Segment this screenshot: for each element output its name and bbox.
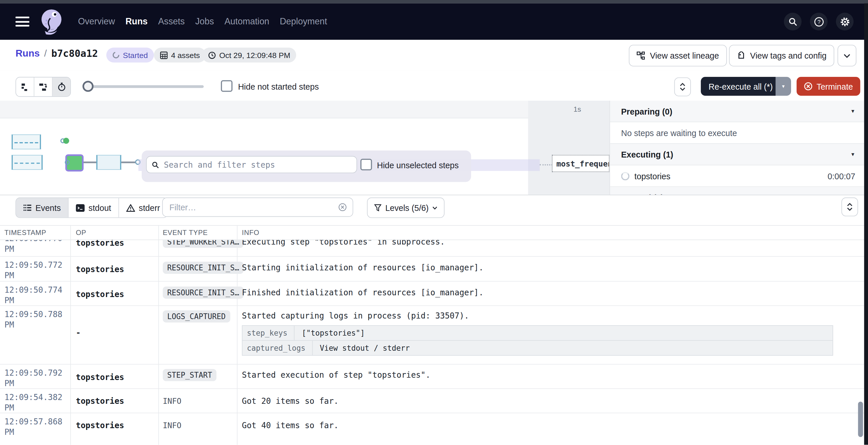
warning-icon <box>126 204 135 212</box>
log-table-body[interactable]: 12:09:50.770PM topstories STEP_WORKER_ST… <box>0 240 864 445</box>
nav-item-overview[interactable]: Overview <box>78 16 115 26</box>
log-row[interactable]: 12:09:50.774PM topstories RESOURCE_INIT_… <box>0 282 864 306</box>
caret-down-icon: ▼ <box>781 84 785 89</box>
clear-filter-icon[interactable] <box>339 203 347 212</box>
window-scrollbar[interactable] <box>864 3 868 445</box>
log-scrollbar-thumb[interactable] <box>858 402 863 437</box>
levels-dropdown[interactable]: Levels (5/6) <box>367 198 445 218</box>
metadata-row: captured_logs View stdout / stderr <box>242 341 833 355</box>
asset-grid-icon <box>160 51 168 59</box>
flat-view-button[interactable] <box>16 77 34 96</box>
run-id: b7c80a12 <box>51 48 98 59</box>
gantt-zoom-slider[interactable] <box>83 85 204 88</box>
log-filter-input[interactable] <box>168 202 334 212</box>
header-more-button[interactable] <box>838 45 857 66</box>
panel-section-executing[interactable]: Executing (1) ▼ <box>610 144 864 165</box>
nav-links: Overview Runs Assets Jobs Automation Dep… <box>78 16 327 26</box>
timeline-tick-label: 1s <box>574 105 581 113</box>
reexecute-dropdown-button[interactable]: ▼ <box>776 77 791 96</box>
terminate-button[interactable]: Terminate <box>797 77 860 96</box>
tab-events[interactable]: Events <box>16 198 68 217</box>
breadcrumb-separator: / <box>44 47 47 59</box>
hide-unselected-checkbox[interactable] <box>360 159 372 170</box>
chevron-up-icon <box>847 203 852 206</box>
nav-item-runs[interactable]: Runs <box>125 16 148 26</box>
chevron-down-icon <box>847 207 852 211</box>
view-asset-lineage-button[interactable]: View asset lineage <box>629 45 726 66</box>
event-type-badge: RESOURCE_INIT_S… <box>163 286 244 299</box>
app-window: Overview Runs Assets Jobs Automation Dep… <box>0 0 868 445</box>
gantt-view-mode-toggle <box>16 77 71 97</box>
pane-divider <box>0 195 868 195</box>
gantt-step-not-started[interactable] <box>11 155 43 170</box>
nav-item-assets[interactable]: Assets <box>158 16 185 26</box>
gantt-chart: 1s Hide unselected steps most_frequent_ <box>0 101 609 195</box>
help-icon[interactable]: ? <box>810 13 828 30</box>
gantt-step-most-frequent[interactable]: most_frequent_ <box>552 155 609 172</box>
log-row[interactable]: 12:09:57.868PM topstories INFO Got 40 it… <box>0 413 864 445</box>
gantt-step-not-started[interactable] <box>11 134 41 149</box>
search-icon[interactable] <box>784 13 802 30</box>
breadcrumb-runs-link[interactable]: Runs <box>16 47 39 59</box>
nav-item-deployment[interactable]: Deployment <box>280 16 327 26</box>
elapsed-time: 0:00:07 <box>828 171 855 180</box>
gantt-step-pending[interactable] <box>96 155 121 170</box>
gantt-future-region <box>528 101 609 195</box>
reexecute-all-button[interactable]: Re-execute all (*) <box>701 77 780 96</box>
hide-unselected-label: Hide unselected steps <box>377 161 459 170</box>
timing-view-button[interactable] <box>53 77 70 96</box>
hide-not-started-label: Hide not started steps <box>238 82 319 91</box>
event-metadata-table: step_keys ["topstories"] captured_logs V… <box>242 325 833 356</box>
log-row[interactable]: 12:09:54.382PM topstories INFO Got 20 it… <box>0 389 864 413</box>
view-stdout-stderr-link[interactable]: View stdout / stderr <box>313 343 410 352</box>
event-type-badge: LOGS_CAPTURED <box>163 310 230 322</box>
step-search-input[interactable] <box>163 160 351 169</box>
gantt-step-succeeded-dot[interactable] <box>63 138 69 144</box>
col-op: OP <box>76 229 86 237</box>
metadata-row: step_keys ["topstories"] <box>242 326 833 341</box>
waterfall-view-button[interactable] <box>34 77 53 96</box>
log-view-tabs: Events stdout stderr <box>16 198 168 218</box>
chevron-down-icon <box>844 54 850 58</box>
log-row[interactable]: 12:09:50.770PM topstories STEP_WORKER_ST… <box>0 240 864 257</box>
gantt-step-marker-icon <box>65 160 70 165</box>
hide-not-started-checkbox[interactable] <box>221 80 232 92</box>
terminal-icon <box>76 204 85 212</box>
settings-gear-icon[interactable] <box>836 13 854 30</box>
gantt-zoom-slider-thumb[interactable] <box>83 81 93 92</box>
panel-section-errored[interactable]: Errored (0) ▼ <box>610 187 864 195</box>
nav-item-automation[interactable]: Automation <box>224 16 269 26</box>
tab-stderr[interactable]: stderr <box>119 198 167 217</box>
expand-logs-button[interactable] <box>841 198 858 216</box>
dagster-logo-icon[interactable] <box>39 7 65 36</box>
panel-section-preparing[interactable]: Preparing (0) ▼ <box>610 101 864 122</box>
chevron-down-icon <box>433 206 437 209</box>
spinner-icon <box>621 172 630 180</box>
log-table-header: TIMESTAMP OP EVENT TYPE INFO <box>0 225 868 240</box>
search-icon <box>152 161 159 169</box>
step-search-box <box>146 156 357 173</box>
event-type-badge: STEP_START <box>163 369 217 381</box>
panel-empty-message: No steps are waiting to execute <box>610 122 864 144</box>
executing-step-row[interactable]: topstories 0:00:07 <box>610 165 864 187</box>
tag-icon <box>737 51 746 60</box>
top-navbar: Overview Runs Assets Jobs Automation Dep… <box>0 3 868 40</box>
log-row[interactable]: 12:09:50.792PM topstories STEP_START Sta… <box>0 365 864 389</box>
start-time-badge: Oct 29, 12:09:48 PM <box>202 47 297 62</box>
view-tags-config-button[interactable]: View tags and config <box>729 45 834 66</box>
tab-stdout[interactable]: stdout <box>68 198 119 217</box>
caret-down-icon: ▼ <box>850 151 855 157</box>
log-row[interactable]: 12:09:50.772PM topstories RESOURCE_INIT_… <box>0 257 864 282</box>
hamburger-menu-icon[interactable] <box>16 14 29 29</box>
expand-gantt-button[interactable] <box>674 77 691 96</box>
chevron-up-icon <box>680 83 685 86</box>
window-top-strip <box>0 0 868 3</box>
log-filter-box <box>162 198 353 217</box>
nav-item-jobs[interactable]: Jobs <box>195 16 214 26</box>
assets-count-badge[interactable]: 4 assets <box>154 47 206 62</box>
log-row[interactable]: 12:09:50.788PM - LOGS_CAPTURED Started c… <box>0 306 864 365</box>
svg-text:?: ? <box>817 19 820 25</box>
funnel-icon <box>374 204 381 211</box>
col-event-type: EVENT TYPE <box>163 229 208 237</box>
col-info: INFO <box>242 229 259 237</box>
